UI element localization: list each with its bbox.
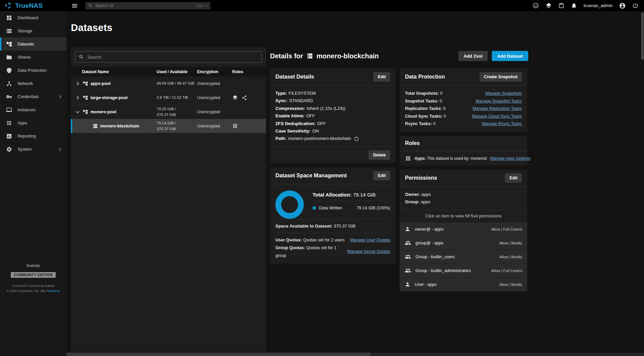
manage-replication-tasks-link[interactable]: Manage Replication Tasks [473,105,522,113]
chevron-down-icon[interactable] [75,109,80,115]
sidebar-item-system[interactable]: System [0,143,66,156]
manage-cloud-sync-tasks-link[interactable]: Manage Cloud Sync Tasks [472,113,522,120]
dataset-name: large-storage-pool [90,95,128,100]
space-available-label: Space Available to Dataset: [275,224,332,229]
permissions-card: Permissions Edit Owner: apps Group: apps… [400,170,527,291]
permission-item-owner[interactable]: owner@ - apps Allow | Full Control [400,222,527,236]
truenas-footer-link[interactable]: TrueNAS [47,289,60,293]
jobs-clipboard-icon[interactable] [558,3,564,9]
copy-path-icon[interactable] [354,137,359,141]
add-zvol-button[interactable]: Add Zvol [458,51,488,61]
feedback-smiley-icon[interactable] [533,2,539,9]
roles-apps-label: Apps: [414,156,426,161]
manage-snapshots-link[interactable]: Manage Snapshots [485,90,522,97]
manage-group-quotas-link[interactable]: Manage Group Quotas [347,248,390,256]
permissions-hint: Click an item to view NFSv4 permissions [400,210,527,222]
user-quotas-label: User Quotas: [275,238,302,242]
key-icon [6,94,12,100]
sidebar-item-shares[interactable]: Shares [0,51,66,64]
reporting-chart-icon [6,133,12,139]
vertical-scrollbar[interactable] [641,12,644,60]
sidebar-item-label: Dashboard [18,16,38,20]
detail-label: Type: [275,90,287,97]
dataset-name: apps-pool [90,81,111,86]
table-row-monero-pool[interactable]: monero-pool 79.25 GiB / 370.37 GiB Unenc… [71,105,266,119]
detail-row-dedup: ZFS Deduplication:OFF [275,120,390,127]
alerts-bell-icon[interactable] [571,2,577,9]
dataset-dns-icon [306,53,313,59]
sidebar-item-instances[interactable]: Instances [0,103,66,116]
dp-value: 0 [440,91,442,96]
dp-row-snapshot-tasks: Snapshot Tasks: 0 Manage Snapshot Tasks [405,97,522,105]
truecommand-layers-icon[interactable] [545,2,552,9]
sidebar-item-data-protection[interactable]: Data Protection [0,64,66,77]
data-protection-card: Data Protection Create Snapshot Total Sn… [400,68,527,132]
sidebar-item-storage[interactable]: Storage [0,24,66,37]
detail-label: ZFS Deduplication: [275,120,315,127]
space-available: Space Available to Dataset: 370.37 GiB [275,219,390,233]
share-role-icon [242,95,247,100]
user-quotas-value: Quotas set for 2 users [303,238,345,242]
edit-permissions-button[interactable]: Edit [505,173,522,183]
roles-cell [232,123,266,129]
table-row-large-storage-pool[interactable]: large-storage-pool 2.9 TiB / 11.52 TiB U… [71,91,266,105]
space-management-card: Dataset Space Management Edit Total Allo… [270,167,396,264]
manage-snapshot-tasks-link[interactable]: Manage Snapshot Tasks [476,97,522,105]
copyright-text: © 2025 iXsystems, Inc. dba [7,289,46,293]
permission-item-user-apps[interactable]: User - apps Allow | Modify [400,278,527,291]
truenas-logo[interactable]: TrueNAS [0,1,66,10]
people-icon [405,240,411,246]
dataset-search[interactable] [75,51,262,63]
legend-data-written: Data Written 79.14 GiB (100%) [313,201,390,215]
user-account-icon[interactable] [619,2,626,9]
horizontal-scrollbar-thumb[interactable] [66,353,370,356]
manage-user-quotas-link[interactable]: Manage User Quotas [350,236,390,244]
sidebar-item-apps[interactable]: Apps [0,116,66,129]
chevron-right-icon [58,94,62,99]
detail-row-sync: Sync:STANDARD [275,97,390,105]
add-dataset-button[interactable]: Add Dataset [492,51,528,61]
permission-item-group-at[interactable]: group@ - apps Allow | Modify [400,236,527,250]
apps-role-grid-icon [232,123,238,129]
manage-rsync-tasks-link[interactable]: Manage Rsync Tasks [482,120,522,128]
sidebar-item-credentials[interactable]: Credentials [0,90,66,103]
permission-item-builtin-users[interactable]: Group - builtin_users Allow | Modify [400,250,527,264]
sidebar-item-reporting[interactable]: Reporting [0,129,66,143]
chevron-right-icon[interactable] [75,81,80,86]
delete-dataset-button[interactable]: Delete [369,150,390,160]
hamburger-menu-icon[interactable] [71,2,78,9]
horizontal-scrollbar[interactable] [66,353,644,356]
detail-row-compression: Compression:Inherit (1.10x (LZ4)) [275,105,390,112]
permission-item-builtin-administrators[interactable]: Group - builtin_administrators Allow | F… [400,264,527,277]
detail-value: OFF [317,120,326,127]
owner-value: apps [421,192,431,197]
table-row-apps-pool[interactable]: apps-pool 49.09 GiB / 58.47 GiB Unencryp… [71,77,266,91]
detail-row-path: Path: monero-pool/monero-blockchain [275,135,390,142]
storage-icon [6,28,12,34]
details-region: Details for monero-blockchain Add Zvol A… [270,50,528,291]
sidebar-item-network[interactable]: Network [0,77,66,90]
dp-value: 0 [440,99,442,103]
edit-dataset-details-button[interactable]: Edit [373,72,390,82]
chevron-right-icon[interactable] [75,95,80,100]
details-dataset-name: monero-blockchain [317,52,379,60]
dp-value: 0 [443,106,446,111]
dp-row-replication-tasks: Replication Tasks: 0 Manage Replication … [405,105,522,113]
edit-space-button[interactable]: Edit [373,171,390,180]
dataset-details-card: Dataset Details Edit Type:FILESYSTEM Syn… [270,68,396,163]
table-row-monero-blockchain[interactable]: monero-blockchain 79.14 GiB / 370.37 GiB… [71,119,266,133]
card-title: Dataset Space Management [275,173,347,179]
sidebar-item-dashboard[interactable]: Dashboard [0,11,66,24]
manage-apps-settings-link[interactable]: Manage Apps Settings [490,156,531,161]
roles-apps-row: Apps: This dataset is used by: monerod M… [405,155,522,161]
sidebar-item-datasets[interactable]: Datasets [0,37,66,51]
global-search[interactable]: Ctrl + / [85,2,210,9]
create-snapshot-button[interactable]: Create Snapshot [480,72,522,82]
detail-label: Enable Atime: [275,112,304,120]
detail-value: monero-pool/monero-blockchain [288,135,351,142]
dataset-search-input[interactable] [87,55,258,60]
global-search-input[interactable] [95,3,194,8]
encryption-value: Unencrypted [197,110,232,114]
power-icon[interactable] [632,2,639,9]
roles-card: Roles Apps: This dataset is used by: mon… [400,136,527,166]
